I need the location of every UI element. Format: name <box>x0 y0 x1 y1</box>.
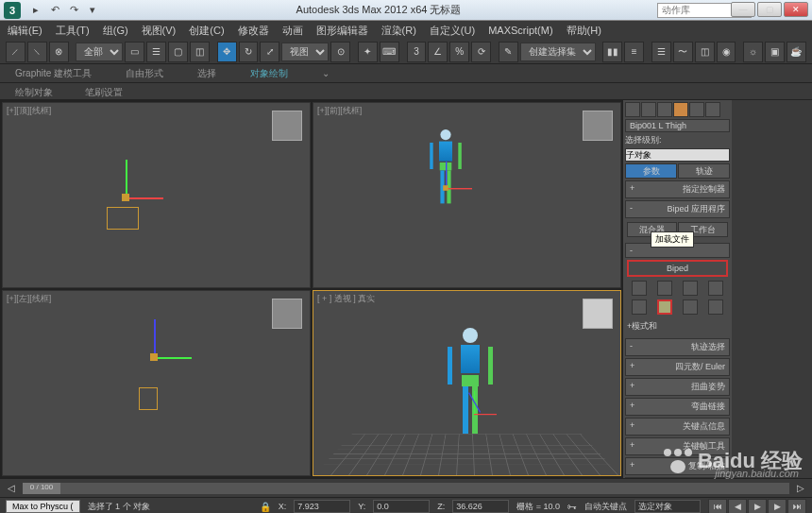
manipulate-icon[interactable]: ✦ <box>358 42 378 62</box>
biped-playback-icon[interactable] <box>632 299 647 315</box>
prev-key-icon[interactable]: ◁ <box>8 483 15 493</box>
menu-graph-editors[interactable]: 图形编辑器 <box>316 24 368 38</box>
viewport-left[interactable]: [+][左][线框] <box>2 290 311 476</box>
rollout-key-info[interactable]: +关键点信息 <box>625 418 730 436</box>
viewport-perspective[interactable]: [ + ] 透视 ] 真实 <box>313 290 621 476</box>
menu-create[interactable]: 创建(C) <box>189 24 224 38</box>
render-icon[interactable]: ☕ <box>787 42 806 62</box>
minimize-button[interactable]: — <box>731 2 755 17</box>
qat-dropdown-icon[interactable]: ▾ <box>85 3 100 18</box>
select-region-icon[interactable]: ▢ <box>168 42 188 62</box>
menu-views[interactable]: 视图(V) <box>142 24 177 38</box>
viewport-top[interactable]: [+][顶][线框] <box>2 102 311 288</box>
parameters-button[interactable]: 参数 <box>625 163 677 179</box>
goto-start-icon[interactable]: ⏮ <box>708 499 727 513</box>
unlink-icon[interactable]: ⟍ <box>27 42 47 62</box>
tab-display-icon[interactable] <box>689 102 704 117</box>
snap-toggle-icon[interactable]: 3 <box>407 42 427 62</box>
menu-animation[interactable]: 动画 <box>282 24 303 38</box>
spinner-snap-icon[interactable]: ⟳ <box>471 42 491 62</box>
tab-create-icon[interactable] <box>625 102 640 117</box>
schematic-view-icon[interactable]: ◫ <box>695 42 715 62</box>
mirror-icon[interactable]: ▮▮ <box>602 42 622 62</box>
timeline[interactable]: ◁ 0 / 100 ▷ <box>0 478 812 497</box>
tab-hierarchy-icon[interactable] <box>657 102 672 117</box>
key-icon[interactable]: 🗝 <box>567 502 577 512</box>
menu-modifiers[interactable]: 修改器 <box>238 24 269 38</box>
coord-z-input[interactable] <box>452 500 509 513</box>
viewport-front[interactable]: [+][前][线框] <box>313 102 621 288</box>
render-frame-icon[interactable]: ▣ <box>765 42 785 62</box>
keyboard-shortcut-icon[interactable]: ⌨ <box>380 42 399 62</box>
qat-open-icon[interactable]: ▸ <box>28 3 43 18</box>
viewcube-icon[interactable] <box>583 111 613 141</box>
viewport-label[interactable]: [+][顶][线框] <box>7 105 51 117</box>
menu-tools[interactable]: 工具(T) <box>56 24 90 38</box>
sub-object-field[interactable] <box>625 148 730 162</box>
tab-graphite[interactable]: Graphite 建模工具 <box>8 64 99 83</box>
save-file-icon[interactable] <box>683 299 698 315</box>
scale-icon[interactable]: ⤢ <box>260 42 279 62</box>
convert-icon[interactable] <box>708 299 723 315</box>
load-file-icon[interactable] <box>657 299 672 315</box>
curve-editor-icon[interactable]: 〜 <box>673 42 693 62</box>
maxscript-button[interactable]: Max to Physcu ( <box>6 500 80 513</box>
tab-utilities-icon[interactable] <box>705 102 720 117</box>
next-key-icon[interactable]: ▷ <box>797 483 804 493</box>
time-slider[interactable]: 0 / 100 <box>23 483 789 494</box>
coord-y-input[interactable] <box>373 500 430 513</box>
named-selection-sets[interactable]: 创建选择集 <box>520 43 596 61</box>
auto-key-button[interactable]: 自动关键点 <box>584 501 627 513</box>
ribbon-expand-icon[interactable]: ⌄ <box>314 65 337 81</box>
rollout-biped-apps[interactable]: -Biped 应用程序 <box>625 200 730 218</box>
footstep-mode-icon[interactable] <box>657 281 672 296</box>
percent-snap-icon[interactable]: % <box>449 42 469 62</box>
figure-mode-icon[interactable] <box>632 281 647 296</box>
rotate-icon[interactable]: ↻ <box>239 42 259 62</box>
use-pivot-icon[interactable]: ⊙ <box>330 42 350 62</box>
menu-rendering[interactable]: 渲染(R) <box>381 24 416 38</box>
qat-undo-icon[interactable]: ↶ <box>47 3 62 18</box>
bind-icon[interactable]: ⊗ <box>49 42 69 62</box>
viewport-label[interactable]: [+][前][线框] <box>317 105 362 117</box>
rollout-bend[interactable]: +弯曲链接 <box>625 398 730 416</box>
time-marker[interactable]: 0 / 100 <box>23 483 60 494</box>
object-name-field[interactable]: Bip001 L Thigh <box>625 119 730 132</box>
select-icon[interactable]: ▭ <box>125 42 144 62</box>
rollout-assign-controller[interactable]: +指定控制器 <box>625 180 730 198</box>
rollout-track-selection[interactable]: -轨迹选择 <box>625 338 730 356</box>
trajectories-button[interactable]: 轨迹 <box>678 163 730 179</box>
move-icon[interactable]: ✥ <box>217 42 237 62</box>
play-icon[interactable]: ▶ <box>748 499 767 513</box>
lock-icon[interactable]: 🔒 <box>260 502 271 512</box>
edit-named-sel-icon[interactable]: ✎ <box>499 42 518 62</box>
menu-help[interactable]: 帮助(H) <box>567 24 601 38</box>
tab-modify-icon[interactable] <box>641 102 656 117</box>
menu-group[interactable]: 组(G) <box>103 24 128 38</box>
close-button[interactable]: ✕ <box>784 2 808 17</box>
maximize-button[interactable]: ▢ <box>757 2 782 17</box>
render-setup-icon[interactable]: ☼ <box>743 42 763 62</box>
subtab-brush-settings[interactable]: 笔刷设置 <box>77 83 130 99</box>
viewcube-icon[interactable] <box>272 111 302 141</box>
next-frame-icon[interactable]: ▶ <box>768 499 787 513</box>
key-target-field[interactable] <box>634 500 701 513</box>
app-icon[interactable]: 3 <box>4 2 21 19</box>
layer-manager-icon[interactable]: ☰ <box>651 42 671 62</box>
material-editor-icon[interactable]: ◉ <box>717 42 736 62</box>
mixer-mode-icon[interactable] <box>708 281 723 296</box>
align-icon[interactable]: ≡ <box>624 42 644 62</box>
goto-end-icon[interactable]: ⏭ <box>787 499 806 513</box>
subtab-paint-objects[interactable]: 绘制对象 <box>8 83 60 99</box>
rollout-quaternion[interactable]: +四元数/ Euler <box>625 358 730 376</box>
prev-frame-icon[interactable]: ◀ <box>728 499 747 513</box>
tab-selection[interactable]: 选择 <box>190 64 224 83</box>
viewcube-icon[interactable] <box>583 299 613 329</box>
qat-redo-icon[interactable]: ↷ <box>66 3 81 18</box>
ref-coord-system[interactable]: 视图 <box>281 43 329 61</box>
tab-freeform[interactable]: 自由形式 <box>118 64 171 83</box>
select-by-name-icon[interactable]: ☰ <box>146 42 166 62</box>
viewport-label[interactable]: [+][左][线框] <box>7 293 51 305</box>
coord-x-input[interactable] <box>294 500 350 513</box>
link-icon[interactable]: ⟋ <box>6 42 25 62</box>
